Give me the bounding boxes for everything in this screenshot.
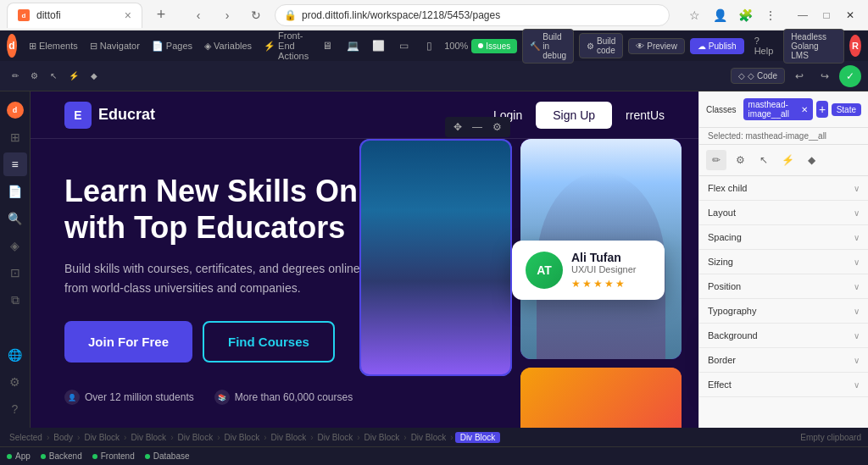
bc-div8[interactable]: Div Block (409, 433, 449, 442)
build-debug-button[interactable]: 🔨Build in debug (522, 29, 574, 64)
bc-div1[interactable]: Div Block (81, 433, 122, 442)
bc-div-active[interactable]: Div Block (455, 432, 501, 443)
sidebar-icon-components[interactable]: ⊡ (3, 261, 27, 285)
find-courses-button[interactable]: Find Courses (203, 321, 335, 363)
nav-navigator[interactable]: ⊟Navigator (85, 37, 145, 55)
flex-child-chevron: ∨ (854, 184, 860, 193)
nav-pages[interactable]: 📄Pages (147, 37, 198, 55)
secondbar-pencil[interactable]: ✏ (7, 69, 24, 83)
tag-close-icon[interactable]: ✕ (801, 105, 808, 114)
sidebar-icon-globe[interactable]: 🌐 (3, 343, 27, 367)
browser-actions: ☆ 👤 🧩 ⋮ (683, 4, 782, 26)
bc-div3[interactable]: Div Block (175, 433, 215, 442)
join-button[interactable]: Join For Free (64, 321, 192, 363)
editor-right-actions: Issues 🔨Build in debug ⚙Build code 👁Prev… (471, 29, 861, 64)
bc-selected[interactable]: Selected (7, 433, 45, 442)
canvas-area: E Educrat Login Sign Up rrentUs Learn Ne… (31, 91, 698, 428)
sidebar-icon-layers[interactable]: ⧉ (3, 288, 27, 312)
sidebar-icon-settings[interactable]: ⚙ (3, 370, 27, 394)
sidebar-icon-elements[interactable]: ⊞ (3, 125, 27, 149)
close-button[interactable]: ✕ (839, 4, 861, 26)
forward-button[interactable]: › (215, 3, 239, 27)
maximize-button[interactable]: □ (815, 4, 837, 26)
status-frontend: Frontend (92, 451, 135, 461)
secondbar-cursor[interactable]: ↖ (45, 69, 62, 83)
panel-flex-child: Flex child ∨ (699, 176, 868, 201)
bc-div5[interactable]: Div Block (269, 433, 309, 442)
status-backend: Backend (41, 451, 82, 461)
nav-login[interactable]: Login (493, 108, 522, 122)
panel-effect: Effect ∨ (699, 373, 868, 397)
undo-button[interactable]: ↩ (788, 65, 810, 87)
menu-icon[interactable]: ⋮ (760, 4, 782, 26)
back-button[interactable]: ‹ (186, 3, 210, 27)
extensions-icon[interactable]: 🧩 (734, 4, 756, 26)
site-logo: E Educrat (64, 102, 155, 129)
spacing-header[interactable]: Spacing ∨ (699, 225, 868, 249)
nav-variables[interactable]: ◈Variables (199, 37, 257, 55)
position-header[interactable]: Position ∨ (699, 274, 868, 298)
background-header[interactable]: Background ∨ (699, 324, 868, 347)
nav-signup[interactable]: Sign Up (536, 102, 612, 129)
panel-class-tag[interactable]: masthead-image__all ✕ (743, 98, 814, 120)
typography-header[interactable]: Typography ∨ (699, 299, 868, 323)
build-code-button[interactable]: ⚙Build code (579, 33, 623, 58)
address-bar[interactable]: 🔒 prod.dittofi.link/workspace/1218/5453/… (275, 4, 670, 26)
border-header[interactable]: Border ∨ (699, 348, 868, 372)
issues-dot (478, 43, 483, 48)
sizing-header[interactable]: Sizing ∨ (699, 250, 868, 274)
help-button[interactable]: ? Help (749, 33, 779, 58)
publish-button[interactable]: ☁Publish (690, 38, 744, 54)
bc-div4[interactable]: Div Block (222, 433, 263, 442)
secondbar-gear[interactable]: ⚙ (25, 69, 43, 83)
secondbar-diamond[interactable]: ◆ (86, 69, 103, 83)
tool-settings[interactable]: ⚙ (730, 150, 750, 170)
issues-button[interactable]: Issues (471, 39, 517, 53)
preview-button[interactable]: 👁Preview (628, 38, 685, 54)
tool-cursor[interactable]: ↖ (754, 150, 774, 170)
new-tab-button[interactable]: + (149, 3, 173, 27)
user-avatar[interactable]: R (849, 35, 861, 57)
bc-div2[interactable]: Div Block (128, 433, 169, 442)
sidebar-icon-help[interactable]: ? (3, 397, 27, 421)
browser-tab[interactable]: d dittofi × (7, 3, 142, 28)
device-tablet[interactable]: ⬜ (368, 36, 388, 56)
redo-button[interactable]: ↪ (814, 65, 836, 87)
effect-header[interactable]: Effect ∨ (699, 373, 868, 396)
code-button[interactable]: ◇◇ Code (731, 68, 785, 84)
minimize-button[interactable]: — (792, 4, 814, 26)
bc-div7[interactable]: Div Block (362, 433, 403, 442)
flex-child-header[interactable]: Flex child ∨ (699, 176, 868, 200)
secondbar-lightning[interactable]: ⚡ (64, 69, 84, 83)
sidebar-icon-search[interactable]: 🔍 (3, 207, 27, 230)
tool-pen[interactable]: ✏ (706, 150, 726, 170)
refresh-button[interactable]: ↻ (244, 3, 268, 27)
layout-header[interactable]: Layout ∨ (699, 201, 868, 224)
state-button[interactable]: State (832, 103, 861, 116)
sidebar-icon-variable[interactable]: ◈ (3, 234, 27, 257)
nav-frontend-actions[interactable]: ⚡Front-End Actions (259, 27, 314, 64)
tab-close-icon[interactable]: × (125, 8, 131, 22)
device-desktop[interactable]: 🖥 (317, 36, 337, 56)
spacing-chevron: ∨ (854, 233, 860, 242)
bookmark-icon[interactable]: ☆ (683, 4, 705, 26)
headless-button[interactable]: Headless Golang LMS (783, 29, 844, 64)
bc-body[interactable]: Body (51, 433, 75, 442)
add-class-button[interactable]: + (816, 101, 827, 118)
editor-topbar: d ⊞Elements ⊟Navigator 📄Pages ◈Variables… (0, 30, 868, 61)
profile-icon[interactable]: 👤 (709, 4, 731, 26)
sidebar-icon-pages[interactable]: 📄 (3, 180, 27, 203)
check-button[interactable]: ✓ (839, 65, 861, 87)
right-panel: Classes masthead-image__all ✕ + State Se… (698, 91, 868, 428)
nav-elements[interactable]: ⊞Elements (24, 37, 83, 55)
device-laptop[interactable]: 💻 (342, 36, 363, 56)
bc-div6[interactable]: Div Block (315, 433, 356, 442)
profile-stars: ★ ★ ★ ★ ★ (571, 278, 636, 290)
nav-current-user[interactable]: rrentUs (626, 108, 665, 122)
editor-device-controls: 🖥 💻 ⬜ ▭ ▯ 100% (317, 36, 468, 56)
sidebar-icon-navigator[interactable]: ≡ (3, 152, 27, 176)
device-mobile-l[interactable]: ▭ (393, 36, 414, 56)
tool-lightning[interactable]: ⚡ (777, 150, 798, 170)
device-mobile-s[interactable]: ▯ (419, 36, 439, 56)
tool-diamond[interactable]: ◆ (801, 150, 821, 170)
